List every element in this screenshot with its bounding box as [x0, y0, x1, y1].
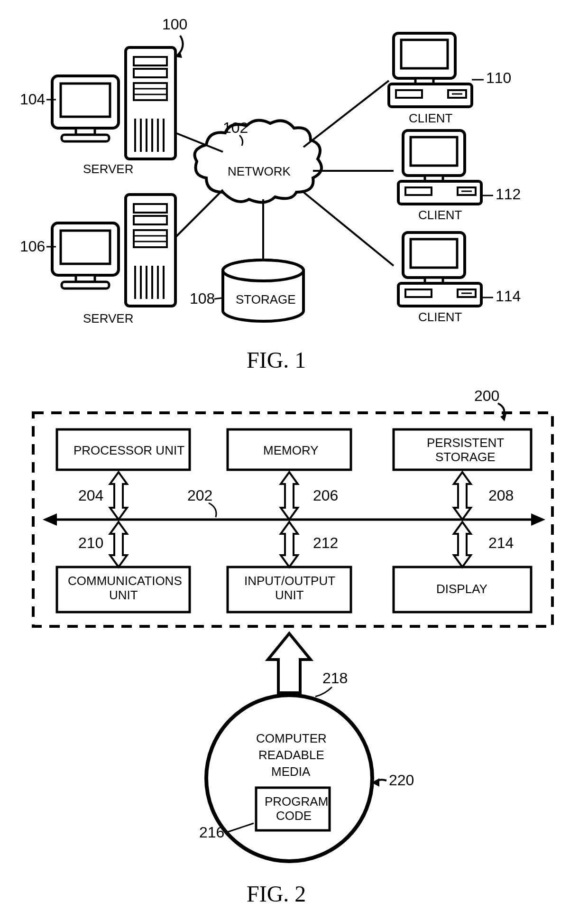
- block-display: DISPLAY: [394, 567, 531, 612]
- block-persistent-storage: PERSISTENT STORAGE: [394, 429, 531, 470]
- block-processor: PROCESSOR UNIT: [57, 429, 190, 470]
- ref-220: 220: [389, 772, 414, 789]
- svg-rect-48: [396, 90, 422, 98]
- media-circle: COMPUTER READABLE MEDIA PROGRAM CODE: [206, 695, 372, 861]
- server-106: SERVER: [52, 195, 175, 326]
- network-cloud: NETWORK: [195, 121, 322, 203]
- figure-2: 200 PROCESSOR UNIT MEMORY PERSISTENT STO…: [33, 387, 552, 906]
- svg-text:READABLE: READABLE: [258, 748, 324, 762]
- svg-point-42: [223, 260, 303, 281]
- label-storage: STORAGE: [236, 292, 296, 307]
- svg-rect-2: [61, 84, 110, 117]
- svg-text:PROCESSOR UNIT: PROCESSOR UNIT: [74, 443, 184, 457]
- label-server-2: SERVER: [83, 311, 133, 326]
- svg-line-36: [175, 190, 223, 237]
- svg-text:MEMORY: MEMORY: [263, 443, 319, 457]
- ref-214: 214: [488, 534, 514, 551]
- block-memory: MEMORY: [228, 429, 351, 470]
- svg-rect-23: [134, 204, 167, 213]
- svg-rect-61: [411, 239, 457, 268]
- label-network: NETWORK: [228, 164, 291, 178]
- svg-text:UNIT: UNIT: [275, 588, 304, 602]
- svg-text:CODE: CODE: [276, 809, 312, 823]
- svg-rect-24: [134, 216, 167, 224]
- ref-212: 212: [313, 534, 338, 551]
- ref-106: 106: [20, 238, 45, 255]
- label-server-1: SERVER: [83, 162, 133, 176]
- svg-line-38: [303, 81, 389, 147]
- svg-rect-4: [62, 135, 109, 141]
- svg-rect-56: [405, 187, 432, 195]
- ref-210: 210: [78, 534, 103, 551]
- svg-rect-6: [134, 57, 167, 65]
- client-110: CLIENT: [389, 33, 472, 125]
- svg-text:DISPLAY: DISPLAY: [436, 582, 487, 596]
- svg-marker-85: [43, 513, 57, 526]
- ref-108: 108: [190, 290, 215, 307]
- client-112: CLIENT: [398, 130, 481, 222]
- ref-110: 110: [486, 69, 511, 86]
- svg-rect-7: [134, 69, 167, 77]
- server-104: SERVER: [52, 47, 175, 176]
- svg-rect-53: [411, 137, 457, 166]
- ref-100: 100: [162, 16, 187, 33]
- svg-rect-64: [405, 289, 432, 297]
- svg-text:UNIT: UNIT: [109, 588, 138, 602]
- svg-rect-25: [134, 230, 167, 247]
- svg-text:MEDIA: MEDIA: [271, 764, 311, 779]
- svg-rect-19: [61, 231, 110, 264]
- ref-114: 114: [496, 288, 521, 305]
- ref-202: 202: [187, 487, 212, 504]
- ref-102: 102: [223, 119, 248, 136]
- block-io: INPUT/OUTPUT UNIT: [228, 567, 351, 612]
- ref-218: 218: [322, 670, 348, 687]
- label-client-3: CLIENT: [418, 310, 462, 324]
- label-client-2: CLIENT: [418, 208, 462, 222]
- svg-text:COMMUNICATIONS: COMMUNICATIONS: [68, 574, 182, 588]
- label-client-1: CLIENT: [409, 111, 453, 125]
- ref-206: 206: [313, 487, 338, 504]
- svg-rect-8: [134, 83, 167, 100]
- svg-rect-21: [62, 282, 109, 288]
- storage-cylinder: STORAGE: [223, 260, 303, 321]
- svg-line-40: [303, 192, 394, 266]
- ref-216: 216: [199, 824, 224, 841]
- svg-marker-86: [531, 513, 545, 526]
- ref-200: 200: [474, 387, 499, 404]
- svg-rect-45: [401, 40, 448, 68]
- svg-text:PERSISTENT: PERSISTENT: [427, 436, 504, 450]
- client-114: CLIENT: [398, 233, 481, 324]
- ref-208: 208: [488, 487, 514, 504]
- fig2-title: FIG. 2: [247, 881, 306, 906]
- ref-112: 112: [496, 186, 521, 203]
- media-arrow: [268, 633, 311, 693]
- ref-204: 204: [78, 487, 103, 504]
- svg-text:PROGRAM: PROGRAM: [265, 794, 328, 809]
- fig1-title: FIG. 1: [247, 347, 306, 372]
- block-communications: COMMUNICATIONS UNIT: [57, 567, 190, 612]
- svg-text:COMPUTER: COMPUTER: [256, 731, 327, 745]
- ref-104: 104: [20, 91, 45, 108]
- svg-line-43: [214, 298, 222, 299]
- figure-1: 100 SERVER 104: [20, 16, 521, 372]
- svg-text:STORAGE: STORAGE: [435, 450, 496, 464]
- svg-text:INPUT/OUTPUT: INPUT/OUTPUT: [244, 574, 335, 588]
